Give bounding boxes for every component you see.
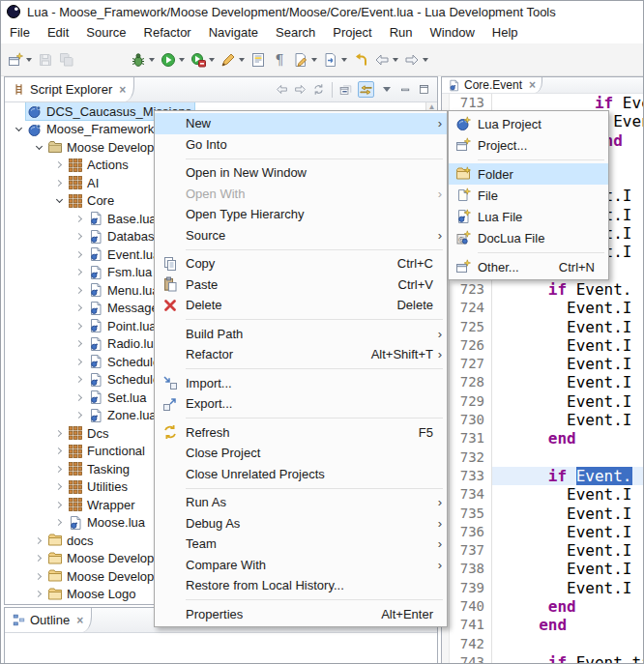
code-line-730[interactable]: Event.I bbox=[492, 411, 644, 429]
line-number-728[interactable]: 728 bbox=[450, 373, 484, 391]
collapsed-arrow-icon[interactable] bbox=[31, 538, 46, 543]
menu-item-export[interactable]: Export... bbox=[155, 393, 447, 415]
code-line-742[interactable] bbox=[492, 635, 644, 653]
toolbar-new-wizard-button[interactable] bbox=[6, 48, 34, 72]
collapsed-arrow-icon[interactable] bbox=[31, 556, 46, 561]
dropdown-caret-icon[interactable] bbox=[26, 58, 32, 62]
toolbar-back-button[interactable] bbox=[372, 48, 400, 72]
toolbar-forward-button[interactable] bbox=[402, 48, 430, 72]
toolbar-mark-occurrences-button[interactable] bbox=[249, 48, 268, 72]
menu-item-refactor[interactable]: RefactorAlt+Shift+T› bbox=[155, 344, 447, 365]
menu-item-restore-from-local-history[interactable]: Restore from Local History... bbox=[155, 575, 447, 596]
dropdown-caret-icon[interactable] bbox=[209, 58, 215, 62]
menu-item-open-type-hierarchy[interactable]: Open Type Hierarchy bbox=[155, 204, 447, 225]
collapsed-arrow-icon[interactable] bbox=[72, 305, 87, 310]
menu-item-team[interactable]: Team› bbox=[155, 534, 447, 555]
menu-source[interactable]: Source bbox=[77, 22, 134, 43]
line-number-732[interactable]: 732 bbox=[450, 448, 484, 467]
code-line-732[interactable] bbox=[492, 448, 644, 467]
dropdown-caret-icon[interactable] bbox=[423, 58, 428, 62]
code-line-739[interactable]: Event.I bbox=[492, 579, 644, 597]
menu-item-copy[interactable]: CopyCtrl+C bbox=[155, 253, 447, 274]
toolbar-show-whitespace-button[interactable]: ¶ bbox=[270, 48, 289, 72]
toolbar-save-button[interactable] bbox=[36, 48, 55, 72]
expanded-arrow-icon[interactable] bbox=[31, 146, 46, 149]
submenu-item-project[interactable]: Project... bbox=[449, 134, 608, 156]
code-line-735[interactable]: Event.I bbox=[492, 505, 644, 523]
line-number-729[interactable]: 729 bbox=[450, 392, 484, 411]
menu-project[interactable]: Project bbox=[324, 22, 380, 43]
dropdown-caret-icon[interactable] bbox=[311, 58, 317, 62]
collapsed-arrow-icon[interactable] bbox=[72, 324, 87, 329]
code-line-725[interactable]: Event.I bbox=[492, 318, 644, 336]
collapsed-arrow-icon[interactable] bbox=[72, 395, 87, 400]
view-menu-icon[interactable] bbox=[383, 87, 391, 92]
line-number-723[interactable]: 723 bbox=[450, 280, 484, 299]
line-number-741[interactable]: 741 bbox=[450, 616, 484, 634]
line-number-734[interactable]: 734 bbox=[450, 485, 484, 504]
code-line-738[interactable]: Event.I bbox=[492, 560, 644, 578]
code-line-737[interactable]: Event.I bbox=[492, 541, 644, 560]
line-number-727[interactable]: 727 bbox=[450, 355, 484, 373]
line-number-730[interactable]: 730 bbox=[450, 411, 484, 429]
collapsed-arrow-icon[interactable] bbox=[51, 162, 67, 167]
collapsed-arrow-icon[interactable] bbox=[51, 181, 67, 186]
menu-item-close-unrelated-projects[interactable]: Close Unrelated Projects bbox=[155, 464, 447, 485]
menu-item-run-as[interactable]: Run As› bbox=[155, 492, 447, 513]
menu-run[interactable]: Run bbox=[381, 22, 422, 43]
line-number-740[interactable]: 740 bbox=[450, 597, 484, 616]
toolbar-doc-nav-button[interactable] bbox=[321, 48, 349, 72]
collapsed-arrow-icon[interactable] bbox=[72, 377, 87, 382]
toolbar-coverage-button[interactable] bbox=[189, 48, 217, 72]
collapsed-arrow-icon[interactable] bbox=[72, 360, 87, 364]
menu-help[interactable]: Help bbox=[483, 22, 527, 43]
menu-edit[interactable]: Edit bbox=[39, 22, 77, 43]
code-line-726[interactable]: Event.I bbox=[492, 336, 644, 355]
menu-item-open-with[interactable]: Open With› bbox=[155, 184, 447, 205]
line-number-726[interactable]: 726 bbox=[450, 336, 484, 355]
menu-item-paste[interactable]: PasteCtrl+V bbox=[155, 274, 447, 296]
expanded-arrow-icon[interactable] bbox=[51, 199, 67, 202]
menu-item-new[interactable]: New› bbox=[155, 113, 447, 134]
toolbar-pen-button[interactable] bbox=[219, 48, 247, 72]
collapsed-arrow-icon[interactable] bbox=[72, 234, 87, 239]
collapsed-arrow-icon[interactable] bbox=[72, 413, 87, 418]
line-number-733[interactable]: 733 bbox=[450, 467, 484, 485]
close-icon[interactable]: × bbox=[529, 78, 536, 92]
toolbar-save-all-button[interactable] bbox=[57, 48, 76, 72]
menu-item-properties[interactable]: PropertiesAlt+Enter bbox=[155, 604, 447, 625]
collapse-all-icon[interactable] bbox=[339, 83, 352, 96]
minimize-icon[interactable] bbox=[399, 83, 412, 96]
menu-item-compare-with[interactable]: Compare With› bbox=[155, 555, 447, 576]
code-line-729[interactable]: Event.I bbox=[492, 392, 644, 411]
line-number-731[interactable]: 731 bbox=[450, 429, 484, 447]
tab-outline[interactable]: Outline × bbox=[5, 608, 92, 632]
collapsed-arrow-icon[interactable] bbox=[31, 574, 46, 579]
toolbar-run-button[interactable] bbox=[159, 48, 187, 72]
maximize-icon[interactable] bbox=[418, 83, 430, 96]
menu-item-close-project[interactable]: Close Project bbox=[155, 443, 447, 464]
submenu-item-lua-file[interactable]: Lua File bbox=[449, 206, 608, 227]
toolbar-last-edit-button[interactable] bbox=[351, 48, 370, 72]
collapsed-arrow-icon[interactable] bbox=[51, 431, 67, 436]
collapsed-arrow-icon[interactable] bbox=[72, 341, 87, 346]
expanded-arrow-icon[interactable] bbox=[11, 128, 26, 130]
menu-item-open-in-new-window[interactable]: Open in New Window bbox=[155, 162, 447, 184]
line-number-725[interactable]: 725 bbox=[450, 318, 484, 336]
tab-script-explorer[interactable]: Script Explorer × bbox=[5, 77, 134, 101]
collapsed-arrow-icon[interactable] bbox=[51, 520, 67, 525]
dropdown-caret-icon[interactable] bbox=[179, 58, 185, 62]
menu-file[interactable]: File bbox=[1, 22, 39, 43]
back-arrow-icon[interactable] bbox=[276, 83, 288, 96]
close-icon[interactable]: × bbox=[119, 83, 126, 97]
menu-item-go-into[interactable]: Go Into bbox=[155, 134, 447, 156]
menu-refactor[interactable]: Refactor bbox=[135, 22, 200, 43]
toolbar-debug-button[interactable] bbox=[129, 48, 157, 72]
code-line-741[interactable]: end bbox=[492, 616, 644, 634]
menu-item-build-path[interactable]: Build Path› bbox=[155, 324, 447, 345]
menu-navigate[interactable]: Navigate bbox=[200, 22, 267, 43]
line-number-738[interactable]: 738 bbox=[450, 560, 484, 578]
code-line-727[interactable]: Event.I bbox=[492, 355, 644, 373]
menu-window[interactable]: Window bbox=[422, 22, 483, 43]
menu-search[interactable]: Search bbox=[267, 22, 324, 43]
